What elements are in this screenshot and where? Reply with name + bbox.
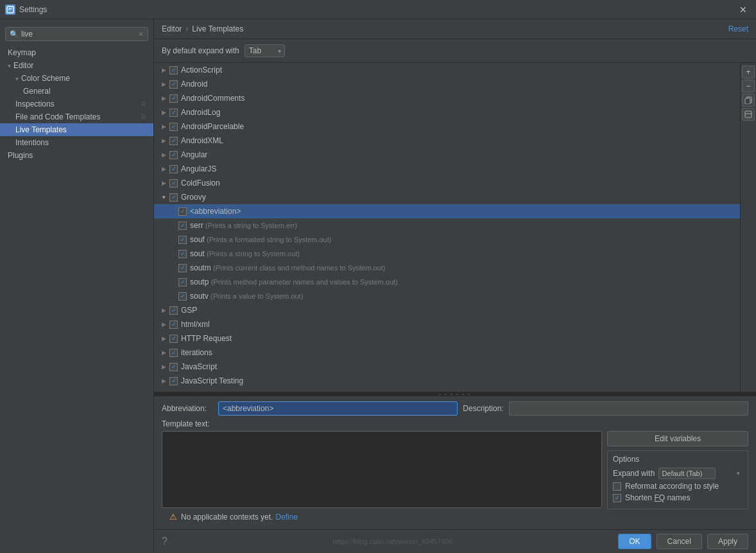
checkbox-androidparcelable[interactable] bbox=[169, 123, 178, 131]
warning-row: ⚠ No applicable contexts yet. Define bbox=[162, 509, 748, 524]
sidebar-item-label: Inspections bbox=[15, 100, 55, 109]
expand-arrow-icon: ▶ bbox=[159, 376, 168, 385]
spacer bbox=[168, 277, 177, 286]
checkbox-abbreviation[interactable] bbox=[178, 207, 187, 216]
breadcrumb-parent: Editor bbox=[162, 24, 182, 33]
sidebar-item-keymap[interactable]: Keymap bbox=[0, 46, 153, 59]
reset-button[interactable]: Reset bbox=[728, 24, 748, 33]
remove-template-button[interactable]: − bbox=[742, 80, 755, 92]
sidebar-item-intentions[interactable]: Intentions bbox=[0, 136, 153, 149]
expand-arrow-icon: ▶ bbox=[159, 66, 168, 75]
options-section: Options Expand with Default (Tab) Tab En… bbox=[607, 450, 748, 509]
copy2-template-button[interactable] bbox=[742, 108, 755, 121]
checkbox-angularjs[interactable] bbox=[169, 165, 178, 173]
sidebar-item-label: Plugins bbox=[8, 151, 33, 160]
checkbox-androidlog[interactable] bbox=[169, 109, 178, 117]
expand-with-option-select[interactable]: Default (Tab) Tab Enter Space bbox=[658, 468, 716, 479]
group-coldfusion[interactable]: ▶ ColdFusion bbox=[154, 176, 740, 190]
checkbox-htmlxml[interactable] bbox=[169, 320, 178, 329]
checkbox-groovy[interactable] bbox=[169, 193, 178, 202]
template-soutm[interactable]: soutm (Prints current class and method n… bbox=[154, 261, 740, 275]
apply-button[interactable]: Apply bbox=[707, 534, 748, 549]
group-androidparcelable[interactable]: ▶ AndroidParcelable bbox=[154, 119, 740, 134]
template-text-area[interactable] bbox=[162, 431, 602, 508]
content-area: Editor › Live Templates Reset By default… bbox=[154, 19, 756, 553]
sidebar-item-editor[interactable]: ▾ Editor bbox=[0, 59, 153, 72]
define-link[interactable]: Define bbox=[275, 513, 298, 522]
checkbox-iterations[interactable] bbox=[169, 349, 178, 357]
expand-arrow-icon: ▶ bbox=[159, 150, 168, 159]
reformat-checkbox[interactable] bbox=[613, 482, 621, 491]
group-javascript[interactable]: ▶ JavaScript bbox=[154, 360, 740, 374]
checkbox-souf[interactable] bbox=[178, 236, 187, 244]
expand-arrow-icon: ▾ bbox=[8, 62, 11, 69]
checkbox-coldfusion[interactable] bbox=[169, 179, 178, 188]
sidebar-item-label: Keymap bbox=[8, 48, 36, 57]
checkbox-angular[interactable] bbox=[169, 151, 178, 159]
template-label: souf (Prints a formatted string to Syste… bbox=[190, 235, 331, 244]
sidebar-item-inspections[interactable]: Inspections ⧉ bbox=[0, 98, 153, 110]
template-soutp[interactable]: soutp (Prints method parameter names and… bbox=[154, 275, 740, 289]
checkbox-sout[interactable] bbox=[178, 250, 187, 258]
help-button[interactable]: ? bbox=[162, 536, 168, 547]
expand-with-select[interactable]: Tab Enter Space bbox=[245, 44, 285, 57]
sidebar-item-plugins[interactable]: Plugins bbox=[0, 149, 153, 162]
checkbox-httprequest[interactable] bbox=[169, 335, 178, 343]
checkbox-gsp[interactable] bbox=[169, 306, 178, 315]
group-android[interactable]: ▶ Android bbox=[154, 77, 740, 91]
copy-template-button[interactable] bbox=[742, 94, 755, 107]
group-androidxml[interactable]: ▶ AndroidXML bbox=[154, 134, 740, 148]
template-abbreviation[interactable]: <abbreviation> bbox=[154, 204, 740, 218]
group-actionscript[interactable]: ▶ ActionScript bbox=[154, 63, 740, 77]
sidebar-item-live-templates[interactable]: Live Templates bbox=[0, 123, 153, 136]
group-angularjs[interactable]: ▶ AngularJS bbox=[154, 162, 740, 176]
abbreviation-input[interactable] bbox=[218, 401, 458, 416]
checkbox-android[interactable] bbox=[169, 80, 178, 89]
group-androidcomments[interactable]: ▶ AndroidComments bbox=[154, 91, 740, 105]
sidebar-item-general[interactable]: General bbox=[0, 85, 153, 98]
search-clear-icon[interactable]: ✕ bbox=[138, 30, 144, 39]
ok-button[interactable]: OK bbox=[618, 534, 651, 549]
expand-arrow-icon: ▶ bbox=[159, 348, 168, 357]
checkbox-soutp[interactable] bbox=[178, 278, 187, 286]
sidebar-item-file-code-templates[interactable]: File and Code Templates ⧉ bbox=[0, 110, 153, 123]
checkbox-androidcomments[interactable] bbox=[169, 94, 178, 103]
spacer bbox=[168, 235, 177, 244]
close-button[interactable]: ✕ bbox=[735, 3, 751, 16]
window-title: Settings bbox=[19, 5, 735, 14]
checkbox-javascripttesting[interactable] bbox=[169, 377, 178, 385]
checkbox-soutm[interactable] bbox=[178, 264, 187, 272]
checkbox-serr[interactable] bbox=[178, 222, 187, 230]
group-groovy[interactable]: ▾ Groovy bbox=[154, 190, 740, 204]
group-gsp[interactable]: ▶ GSP bbox=[154, 303, 740, 317]
description-input[interactable] bbox=[509, 401, 748, 416]
checkbox-actionscript[interactable] bbox=[169, 66, 178, 75]
checkbox-androidxml[interactable] bbox=[169, 137, 178, 145]
checkbox-javascript[interactable] bbox=[169, 363, 178, 371]
add-template-button[interactable]: + bbox=[742, 66, 755, 78]
sidebar-item-label: Intentions bbox=[15, 138, 49, 147]
group-label: AngularJS bbox=[181, 164, 216, 173]
group-javascripttesting[interactable]: ▶ JavaScript Testing bbox=[154, 374, 740, 388]
template-soutv[interactable]: soutv (Prints a value to System.out) bbox=[154, 289, 740, 303]
search-input[interactable] bbox=[21, 30, 138, 39]
svg-rect-5 bbox=[745, 111, 752, 118]
group-iterations[interactable]: ▶ iterations bbox=[154, 346, 740, 360]
cancel-button[interactable]: Cancel bbox=[657, 534, 702, 549]
sidebar-item-color-scheme[interactable]: ▾ Color Scheme bbox=[0, 72, 153, 85]
shorten-fq-checkbox[interactable] bbox=[613, 494, 621, 502]
template-souf[interactable]: souf (Prints a formatted string to Syste… bbox=[154, 233, 740, 247]
expand-arrow-icon: ▶ bbox=[159, 108, 168, 117]
group-httprequest[interactable]: ▶ HTTP Request bbox=[154, 331, 740, 346]
group-htmlxml[interactable]: ▶ html/xml bbox=[154, 317, 740, 331]
checkbox-soutv[interactable] bbox=[178, 292, 187, 301]
template-serr[interactable]: serr (Prints a string to System.err) bbox=[154, 218, 740, 233]
edit-variables-button[interactable]: Edit variables bbox=[607, 431, 748, 446]
spacer bbox=[168, 263, 177, 272]
group-androidlog[interactable]: ▶ AndroidLog bbox=[154, 105, 740, 119]
expand-arrow-icon: ▶ bbox=[159, 320, 168, 329]
sidebar-item-label: Editor bbox=[13, 61, 33, 70]
template-sout[interactable]: sout (Prints a string to System.out) bbox=[154, 247, 740, 261]
sidebar-item-label: Color Scheme bbox=[21, 74, 70, 83]
group-angular[interactable]: ▶ Angular bbox=[154, 148, 740, 162]
